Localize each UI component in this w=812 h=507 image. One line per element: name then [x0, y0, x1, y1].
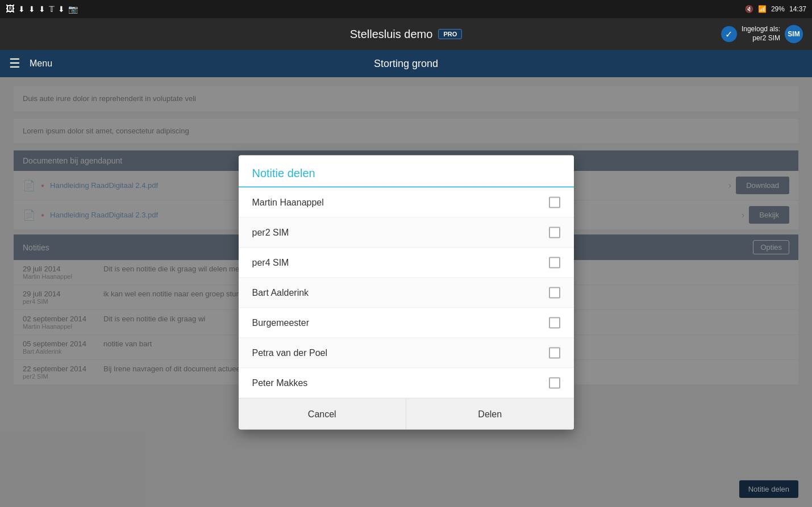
notitie-delen-modal: Notitie delen Martin Haanappel per2 SIM … — [239, 155, 574, 429]
modal-body: Martin Haanappel per2 SIM per4 SIM Bart … — [239, 187, 574, 398]
status-bar-right: 🔇 📶 29% 14:37 — [745, 5, 806, 13]
modal-item-1[interactable]: per2 SIM — [239, 217, 574, 248]
battery-label: 29% — [771, 5, 785, 13]
modal-checkbox-1[interactable] — [549, 227, 560, 238]
wifi-icon: 📶 — [758, 5, 767, 13]
modal-person-name-3: Bart Aalderink — [252, 287, 309, 298]
modal-item-6[interactable]: Peter Makkes — [239, 368, 574, 398]
download-icon-2: ⬇ — [28, 5, 35, 14]
pro-badge: PRO — [438, 29, 462, 39]
menu-icon[interactable]: ☰ — [9, 56, 20, 71]
status-bar-left: 🖼 ⬇ ⬇ ⬇ 𝕋 ⬇ 📷 — [6, 4, 78, 14]
modal-person-name-0: Martin Haanappel — [252, 197, 324, 207]
modal-checkbox-0[interactable] — [549, 196, 560, 208]
modal-person-name-2: per4 SIM — [252, 257, 289, 267]
modal-item-4[interactable]: Burgemeester — [239, 308, 574, 338]
user-name: per2 SIM — [742, 34, 780, 43]
modal-person-name-1: per2 SIM — [252, 227, 289, 237]
modal-checkbox-5[interactable] — [549, 347, 560, 358]
nav-bar: ☰ Menu Storting grond — [0, 50, 812, 77]
download-icon-3: ⬇ — [39, 5, 45, 14]
modal-person-name-4: Burgemeester — [252, 317, 310, 328]
user-info: ✓ Ingelogd als: per2 SIM SIM — [721, 25, 803, 43]
app-title-group: Stellesluis demo PRO — [350, 28, 462, 41]
modal-person-name-5: Petra van der Poel — [252, 347, 328, 358]
user-text-block: Ingelogd als: per2 SIM — [742, 25, 780, 43]
menu-label[interactable]: Menu — [30, 58, 52, 69]
modal-item-2[interactable]: per4 SIM — [239, 248, 574, 278]
app-title: Stellesluis demo — [350, 28, 433, 41]
newspaper-icon: 𝕋 — [49, 5, 55, 14]
photo-icon: 🖼 — [6, 4, 15, 14]
modal-footer: Cancel Delen — [239, 398, 574, 429]
status-bar: 🖼 ⬇ ⬇ ⬇ 𝕋 ⬇ 📷 🔇 📶 29% 14:37 — [0, 0, 812, 18]
modal-header: Notitie delen — [239, 155, 574, 187]
user-avatar: SIM — [785, 25, 803, 43]
main-content: Duis aute irure dolor in reprehenderit i… — [0, 77, 812, 507]
download-icon-1: ⬇ — [18, 5, 25, 14]
download-icon-4: ⬇ — [58, 5, 65, 14]
mute-icon: 🔇 — [745, 5, 753, 13]
modal-title: Notitie delen — [252, 166, 560, 179]
camera-icon: 📷 — [68, 5, 78, 14]
modal-checkbox-2[interactable] — [549, 257, 560, 268]
modal-item-3[interactable]: Bart Aalderink — [239, 278, 574, 308]
modal-item-5[interactable]: Petra van der Poel — [239, 338, 574, 368]
user-check-icon: ✓ — [721, 26, 737, 42]
cancel-button[interactable]: Cancel — [239, 399, 407, 429]
modal-item-0[interactable]: Martin Haanappel — [239, 187, 574, 217]
modal-checkbox-3[interactable] — [549, 287, 560, 298]
modal-person-name-6: Peter Makkes — [252, 378, 308, 388]
user-label: Ingelogd als: — [742, 25, 780, 34]
app-header: Stellesluis demo PRO ✓ Ingelogd als: per… — [0, 18, 812, 50]
page-title: Storting grond — [374, 58, 438, 70]
modal-checkbox-6[interactable] — [549, 377, 560, 388]
time-label: 14:37 — [789, 5, 806, 13]
delen-button[interactable]: Delen — [406, 399, 574, 429]
modal-checkbox-4[interactable] — [549, 317, 560, 328]
